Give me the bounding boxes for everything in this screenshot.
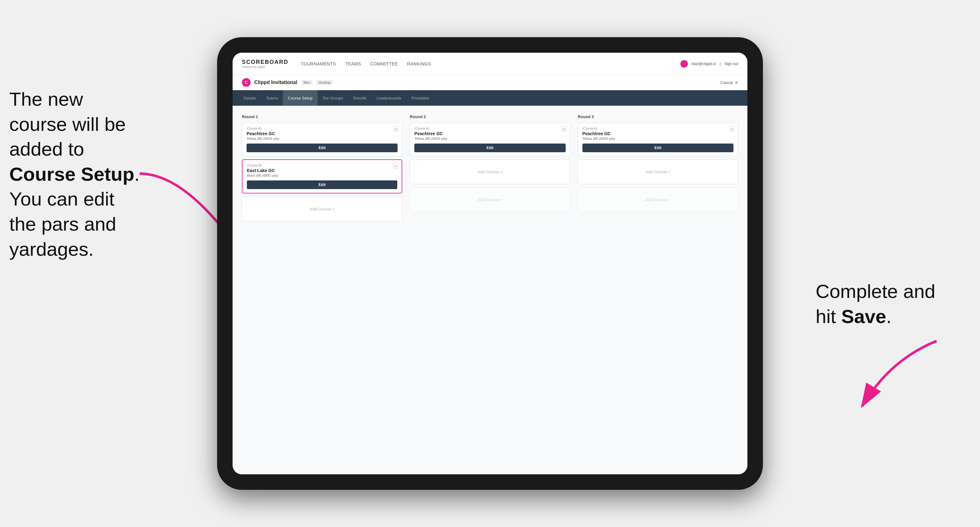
round1-course-b-card: ⊡ (Course B) East Lake GC Black (M) (689… bbox=[242, 159, 402, 194]
round3-course-a-edit-button[interactable]: Edit bbox=[582, 143, 733, 152]
rounds-grid: Round 1 ⊡ (Course A) Peachtree GC Yellow… bbox=[242, 114, 738, 224]
tab-details[interactable]: Details bbox=[239, 90, 261, 106]
tab-teams[interactable]: Teams bbox=[261, 90, 283, 106]
round1-add-course-button[interactable]: Add Course + bbox=[242, 197, 402, 221]
round1-course-b-name: East Lake GC bbox=[247, 168, 397, 173]
round1-add-course-label: Add Course + bbox=[310, 207, 335, 211]
cancel-label: Cancel bbox=[721, 80, 733, 85]
nav-item-tournaments[interactable]: TOURNAMENTS bbox=[301, 60, 336, 68]
top-nav: SCOREBOARD Powered by clippd TOURNAMENTS… bbox=[232, 53, 748, 75]
tab-leaderboards[interactable]: Leaderboards bbox=[372, 90, 406, 106]
logo-sub: Powered by clippd bbox=[242, 65, 288, 68]
annotation-period: . bbox=[886, 306, 892, 327]
round1-course-a-icon[interactable]: ⊡ bbox=[393, 126, 399, 132]
round1-course-a-edit-button[interactable]: Edit bbox=[247, 143, 398, 152]
annotation-text: hit bbox=[816, 306, 842, 327]
round3-course-a-name: Peachtree GC bbox=[582, 131, 733, 136]
tab-results[interactable]: Results bbox=[348, 90, 372, 106]
round1-course-b-details: Black (M) (6891 yds) bbox=[247, 174, 397, 177]
user-avatar bbox=[681, 60, 688, 68]
annotation-text: the pars and bbox=[9, 213, 116, 235]
round1-course-b-icon[interactable]: ⊡ bbox=[393, 163, 399, 169]
round1-course-b-label: (Course B) bbox=[247, 163, 397, 167]
round3-course-a-label: (Course A) bbox=[582, 127, 733, 130]
nav-item-committee[interactable]: COMMITTEE bbox=[370, 60, 398, 68]
round2-course-a-icon[interactable]: ⊡ bbox=[561, 126, 567, 132]
sub-tabs: Details Teams Course Setup Tee Groups Re… bbox=[232, 90, 748, 106]
round-3-label: Round 3 bbox=[578, 114, 738, 119]
round1-course-a-name: Peachtree GC bbox=[247, 131, 398, 136]
annotation-bold: Course Setup bbox=[9, 163, 134, 185]
nav-right: blair@clippd.io | Sign out bbox=[681, 60, 738, 68]
round3-add-course-button-2: Add Course + bbox=[578, 187, 738, 212]
round3-add-course-label-2: Add Course + bbox=[645, 197, 670, 202]
round1-course-a-details: Yellow (M) (6629 yds) bbox=[247, 137, 398, 140]
hosting-badge: Hosting bbox=[316, 80, 333, 85]
round2-add-course-button-1[interactable]: Add Course + bbox=[410, 159, 570, 184]
separator: | bbox=[720, 62, 721, 66]
tab-course-setup[interactable]: Course Setup bbox=[283, 90, 318, 106]
round2-course-a-label: (Course A) bbox=[414, 127, 565, 130]
round2-course-a-name: Peachtree GC bbox=[414, 131, 565, 136]
annotation-bold: Save bbox=[842, 306, 886, 327]
round3-add-course-label-1: Add Course + bbox=[645, 170, 670, 174]
round3-course-a-card: ⊡ (Course A) Peachtree GC Yellow (M) (66… bbox=[578, 123, 738, 156]
nav-items: TOURNAMENTS TEAMS COMMITTEE RANKINGS bbox=[301, 60, 681, 68]
tablet-screen: SCOREBOARD Powered by clippd TOURNAMENTS… bbox=[232, 53, 748, 474]
tournament-left: C Clippd Invitational Men Hosting bbox=[242, 78, 333, 87]
annotation-text: The new bbox=[9, 88, 83, 110]
nav-item-teams[interactable]: TEAMS bbox=[345, 60, 361, 68]
tab-tee-groups[interactable]: Tee Groups bbox=[318, 90, 348, 106]
round-2-column: Round 2 ⊡ (Course A) Peachtree GC Yellow… bbox=[410, 114, 570, 224]
tournament-bar: C Clippd Invitational Men Hosting Cancel… bbox=[232, 75, 748, 90]
sign-out-link[interactable]: Sign out bbox=[724, 62, 738, 66]
round3-course-a-details: Yellow (M) (6629 yds) bbox=[582, 137, 733, 140]
round1-course-a-label: (Course A) bbox=[247, 127, 398, 130]
annotation-text: Complete and bbox=[816, 281, 935, 302]
arrow-right bbox=[843, 335, 949, 415]
round3-add-course-button-1[interactable]: Add Course + bbox=[578, 159, 738, 184]
round1-course-a-card: ⊡ (Course A) Peachtree GC Yellow (M) (66… bbox=[242, 123, 402, 156]
tab-printables[interactable]: Printables bbox=[406, 90, 434, 106]
content-area: Round 1 ⊡ (Course A) Peachtree GC Yellow… bbox=[232, 106, 748, 474]
round1-course-b-edit-button[interactable]: Edit bbox=[247, 181, 397, 189]
round-1-column: Round 1 ⊡ (Course A) Peachtree GC Yellow… bbox=[242, 114, 402, 224]
round2-add-course-button-2: Add Course + bbox=[410, 187, 570, 212]
close-icon: ✕ bbox=[735, 80, 738, 85]
tournament-name: Clippd Invitational bbox=[254, 80, 298, 85]
round2-add-course-label-1: Add Course + bbox=[477, 170, 503, 174]
round2-course-a-details: Yellow (M) (6629 yds) bbox=[414, 137, 565, 140]
annotation-text: course will be bbox=[9, 113, 126, 135]
round2-course-a-card: ⊡ (Course A) Peachtree GC Yellow (M) (66… bbox=[410, 123, 570, 156]
round-1-label: Round 1 bbox=[242, 114, 402, 119]
round2-course-a-edit-button[interactable]: Edit bbox=[414, 143, 565, 152]
cancel-button[interactable]: Cancel ✕ bbox=[721, 80, 738, 85]
tablet-frame: SCOREBOARD Powered by clippd TOURNAMENTS… bbox=[217, 37, 763, 490]
annotation-text: added to bbox=[9, 138, 84, 160]
round2-add-course-label-2: Add Course + bbox=[477, 197, 503, 202]
annotation-text: yardages. bbox=[9, 238, 94, 260]
gender-badge: Men bbox=[301, 80, 313, 85]
nav-item-rankings[interactable]: RANKINGS bbox=[407, 60, 431, 68]
round-2-label: Round 2 bbox=[410, 114, 570, 119]
round-3-column: Round 3 ⊡ (Course A) Peachtree GC Yellow… bbox=[578, 114, 738, 224]
logo-area: SCOREBOARD Powered by clippd bbox=[242, 59, 288, 68]
annotation-right: Complete and hit Save. bbox=[816, 279, 971, 329]
round3-course-a-icon[interactable]: ⊡ bbox=[729, 126, 735, 132]
logo-scoreboard: SCOREBOARD bbox=[242, 59, 288, 65]
user-email: blair@clippd.io bbox=[692, 62, 716, 66]
clippd-logo: C bbox=[242, 78, 251, 87]
annotation-text: You can edit bbox=[9, 188, 115, 210]
